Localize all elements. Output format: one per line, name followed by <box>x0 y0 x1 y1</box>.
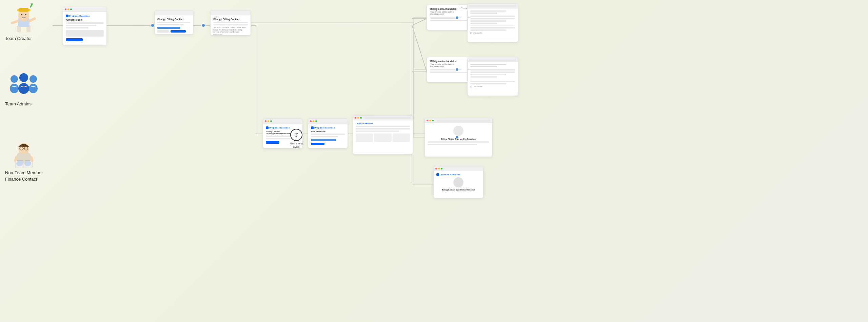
card-button-report[interactable] <box>66 38 83 41</box>
card-email-2: Unsubscribe <box>467 57 518 96</box>
card-report-title: Annual Report <box>66 19 104 21</box>
persona-team-admins-label: Team Admins <box>5 101 32 107</box>
e2-checkbox[interactable] <box>470 86 472 87</box>
timer-label: Next BillingCycle <box>290 142 303 149</box>
reassign-btn[interactable] <box>266 141 279 144</box>
change-billing-title-1: Change Billing Contact <box>157 18 190 20</box>
svg-point-19 <box>202 24 205 27</box>
rev-dot-r <box>310 120 312 122</box>
svg-point-18 <box>151 24 154 27</box>
email1-body: Unsubscribe <box>468 8 518 37</box>
svg-line-35 <box>29 19 35 21</box>
e2-f3 <box>470 74 506 75</box>
notif-2-title: Billing contact updated <box>430 60 467 62</box>
svg-point-52 <box>24 161 31 166</box>
card-titlebar-renewal <box>353 116 413 120</box>
svg-line-34 <box>12 21 18 23</box>
field-3 <box>66 27 88 28</box>
svg-line-50 <box>31 157 32 161</box>
email3-avatar <box>453 177 463 187</box>
ren-f2 <box>356 128 410 129</box>
e3-dot-y <box>438 168 440 169</box>
review-btn[interactable] <box>311 143 324 145</box>
notif-1-close[interactable]: Close <box>461 7 468 10</box>
e2-checkbox-label: Unsubscribe <box>473 85 482 87</box>
e1-header <box>470 11 506 12</box>
cb-btn-cancel[interactable] <box>157 30 169 33</box>
dot-r <box>265 120 267 122</box>
email2-body: Unsubscribe <box>468 62 518 90</box>
cb2-note: This action cannot be undone. These step… <box>213 26 248 35</box>
card-dropbox-renewal: Dropbox Renewal <box>353 115 413 154</box>
renewal-body: Dropbox Renewal <box>353 120 413 144</box>
card-email-1: Unsubscribe <box>467 3 518 42</box>
svg-line-8 <box>412 19 427 25</box>
finder-urlbar <box>436 120 490 122</box>
e2-header <box>470 64 506 65</box>
card-body-review: Dropbox Business Annual Review <box>308 124 348 148</box>
card-body-1: Change Billing Contact <box>155 15 193 35</box>
card-titlebar-2 <box>211 11 251 15</box>
e1-f1 <box>470 16 515 17</box>
avatar-team-admins <box>5 69 42 99</box>
card-body-2: Change Billing Contact This action canno… <box>211 15 251 36</box>
dropbox-wordmark: Dropbox Business <box>69 15 90 17</box>
notif-billing-updated-2: Billing contact updated Your invoice wil… <box>427 57 471 82</box>
e2-divider <box>470 79 515 79</box>
persona-finance-label: Non-Team MemberFinance Contact <box>5 170 43 182</box>
persona-team-creator-label: Team Creator <box>5 36 32 42</box>
dot-g <box>270 120 272 122</box>
ren-dot-y <box>357 117 359 119</box>
card-body-report: Dropbox Business Annual Report <box>63 12 106 44</box>
cb2-field-1 <box>213 22 248 23</box>
card-change-billing-2: Change Billing Contact This action canno… <box>210 10 251 36</box>
e2-f1 <box>470 69 515 71</box>
ren-dot-r <box>355 117 356 119</box>
notif-1-line1 <box>430 17 461 18</box>
url-bar <box>364 117 411 119</box>
svg-point-38 <box>19 73 28 82</box>
card-logo-report: Dropbox Business <box>66 15 104 17</box>
e1-divider <box>470 25 515 26</box>
notif-1-line3 <box>430 20 467 21</box>
cb2-field-2 <box>213 24 248 25</box>
field-1 <box>66 22 104 24</box>
review-progress <box>311 139 336 141</box>
card-titlebar-review <box>308 119 348 124</box>
e1-checkbox-row: Unsubscribe <box>470 32 515 34</box>
ren-col1 <box>356 134 373 142</box>
titlebar-dot-red <box>65 8 66 10</box>
notif-1-subtitle: Your invoice will be sent to dianacope.c… <box>430 11 467 15</box>
review-title: Annual Review <box>311 130 345 133</box>
finder-dot-r <box>427 120 428 121</box>
e2-f2 <box>470 72 515 73</box>
svg-point-41 <box>29 84 38 93</box>
card-email-3: Dropbox Business Billing Contact Sign-Up… <box>433 166 484 198</box>
reassign-logo-box <box>266 126 269 129</box>
reassign-wordmark: Dropbox Business <box>269 127 290 129</box>
ren-col3 <box>393 134 410 142</box>
e1-checkbox-label: Unsubscribe <box>473 32 482 34</box>
card-titlebar-report <box>63 7 106 12</box>
cb-btn-save[interactable] <box>171 30 186 33</box>
reassign-f2 <box>266 138 293 139</box>
svg-point-32 <box>21 14 22 15</box>
email3-logo: Dropbox Business <box>436 173 480 176</box>
cb-progress <box>157 27 180 29</box>
review-f2 <box>311 136 338 137</box>
email2-titlebar <box>468 57 518 62</box>
email1-bar <box>469 5 516 7</box>
persona-finance-contact: Non-Team MemberFinance Contact <box>5 138 73 182</box>
email3-body: Dropbox Business Billing Contact Sign-Up… <box>434 171 483 193</box>
rev-dot-y <box>313 120 314 122</box>
svg-point-37 <box>10 84 19 93</box>
e1-f2 <box>470 18 515 19</box>
card-billing-finder: Billing Finder Sign-Up Confirmation <box>425 118 492 157</box>
avatar-finance-contact <box>5 138 42 168</box>
svg-point-40 <box>29 75 37 83</box>
e2-f6 <box>470 83 506 84</box>
e1-checkbox[interactable] <box>470 32 472 34</box>
email3-logo-box <box>436 173 439 176</box>
rev-dot-g <box>315 120 317 122</box>
timer-next-billing: ⏱ Next BillingCycle <box>290 129 303 149</box>
